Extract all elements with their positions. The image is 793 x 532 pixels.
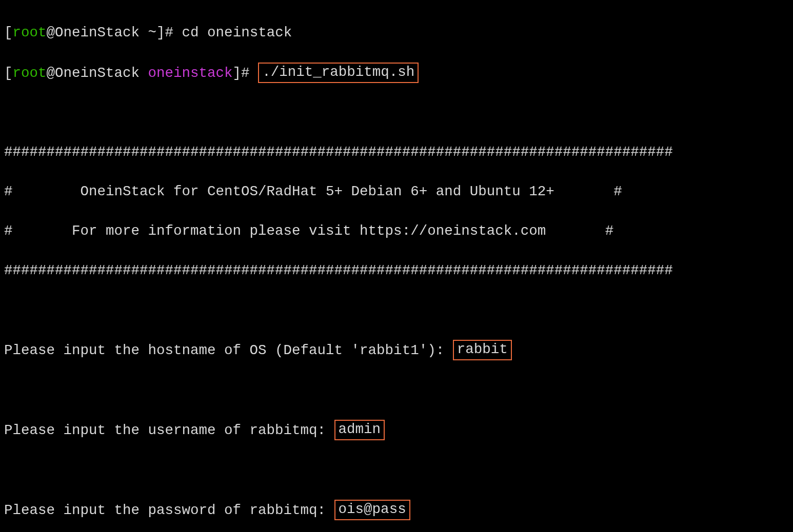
blank-line <box>4 380 789 400</box>
command-cd: cd oneinstack <box>182 25 292 40</box>
at-sign: @ <box>47 25 55 40</box>
blank-line <box>4 460 789 480</box>
line-password: Please input the password of rabbitmq: o… <box>4 500 789 521</box>
blank-line <box>4 300 789 320</box>
hostname: OneinStack <box>55 25 140 40</box>
cwd-home: ~ <box>140 25 156 40</box>
banner-bar-top: ########################################… <box>4 142 789 162</box>
input-password[interactable]: ois@pass <box>334 500 410 520</box>
input-hostname[interactable]: rabbit <box>453 340 512 360</box>
command-init-script: ./init_rabbitmq.sh <box>258 63 419 83</box>
prompt-password: Please input the password of rabbitmq: <box>4 502 334 518</box>
bracket-close: ]# <box>156 25 182 40</box>
input-username[interactable]: admin <box>334 420 385 440</box>
hostname: OneinStack <box>55 65 140 81</box>
user-root: root <box>13 25 47 40</box>
prompt-hostname: Please input the hostname of OS (Default… <box>4 342 453 358</box>
user-root: root <box>13 65 47 81</box>
at-sign: @ <box>47 65 55 81</box>
bracket-open: [ <box>4 25 13 40</box>
cwd-dir: oneinstack <box>140 65 233 81</box>
banner-line2: # For more information please visit http… <box>4 221 789 241</box>
line-hostname: Please input the hostname of OS (Default… <box>4 340 789 361</box>
prompt-username: Please input the username of rabbitmq: <box>4 422 334 438</box>
line-prompt2: [root@OneinStack oneinstack]# ./init_rab… <box>4 63 789 84</box>
blank-line <box>4 103 789 123</box>
line-prompt1: [root@OneinStack ~]# cd oneinstack <box>4 23 789 43</box>
bracket-open: [ <box>4 65 13 81</box>
banner-bar-bottom: ########################################… <box>4 261 789 281</box>
line-username: Please input the username of rabbitmq: a… <box>4 420 789 441</box>
terminal-output: [root@OneinStack ~]# cd oneinstack [root… <box>0 0 793 532</box>
bracket-close: ]# <box>233 65 259 81</box>
banner-line1: # OneinStack for CentOS/RadHat 5+ Debian… <box>4 182 789 202</box>
